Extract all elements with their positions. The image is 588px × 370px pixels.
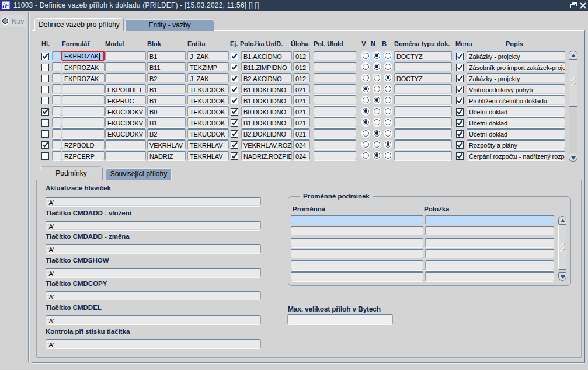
svg-text:iF: iF [2, 1, 10, 10]
